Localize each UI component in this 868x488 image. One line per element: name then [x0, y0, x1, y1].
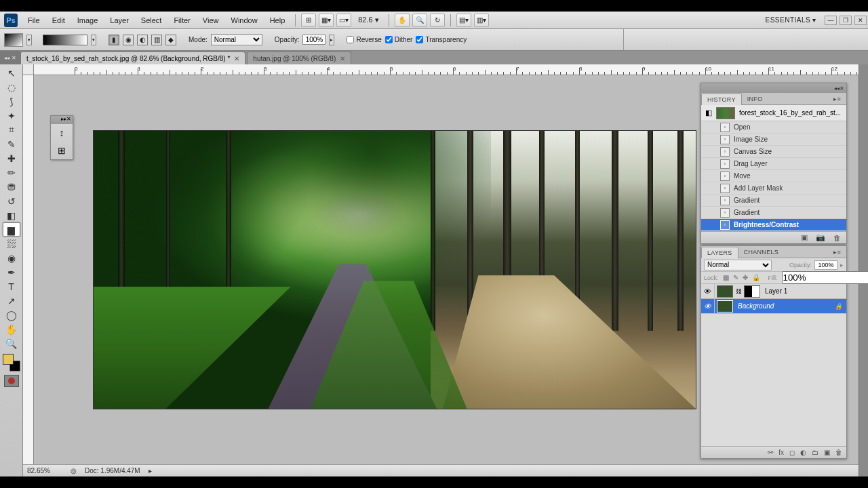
float-close-icon[interactable]: ✕	[66, 116, 71, 124]
layer-thumbnail[interactable]	[717, 285, 733, 298]
history-step[interactable]: ▫Image Size	[701, 134, 846, 146]
tab-channels[interactable]: CHANNELS	[738, 246, 784, 258]
document-tab[interactable]: hutan.jpg @ 100% (RGB/8)✕	[247, 52, 351, 64]
panel-close-icon[interactable]: ✕	[840, 85, 844, 92]
menu-filter[interactable]: Filter	[167, 16, 196, 24]
tool-preset-picker[interactable]	[4, 33, 23, 47]
floating-tool-presets[interactable]: ▸▸ ✕ ↕ ⊞	[50, 115, 73, 160]
opacity-slider-toggle[interactable]: ▸	[329, 35, 334, 45]
gradient-dropdown[interactable]: ▾	[91, 35, 96, 45]
layer-style-icon[interactable]: fx	[778, 449, 784, 456]
tab-handle[interactable]: ◂◂ ✕	[0, 51, 20, 64]
layer-visibility-icon[interactable]: 👁	[701, 299, 715, 314]
history-snapshot-icon[interactable]: 📷	[815, 233, 826, 242]
history-step[interactable]: ▫Open	[701, 121, 846, 134]
float-tool-2[interactable]: ⊞	[51, 142, 73, 159]
dither-checkbox[interactable]: Dither	[385, 36, 413, 43]
panel-menu-icon[interactable]: ▸≡	[828, 246, 846, 258]
layer-row[interactable]: 👁⛓Layer 1	[701, 284, 846, 299]
layer-fill-input[interactable]	[782, 271, 868, 284]
history-step[interactable]: ▫Canvas Size	[701, 146, 846, 158]
angle-gradient-button[interactable]: ◐	[137, 35, 148, 45]
tab-layers[interactable]: LAYERS	[701, 247, 738, 258]
blend-mode-select[interactable]: Normal	[211, 34, 262, 45]
menu-layer[interactable]: Layer	[104, 16, 135, 24]
history-snapshot-row[interactable]: ◧ forest_stock_16_by_sed_rah_st...	[701, 105, 846, 121]
tab-close-icon[interactable]: ✕	[234, 55, 239, 62]
layers-empty-area[interactable]	[701, 314, 846, 446]
extras-button[interactable]: ▥▾	[474, 14, 489, 27]
linear-gradient-button[interactable]: ▮	[108, 35, 119, 45]
launch-bridge-button[interactable]: ⊞	[301, 14, 316, 27]
zoom-tool[interactable]: 🔍	[3, 336, 20, 350]
menu-select[interactable]: Select	[135, 16, 168, 24]
history-step[interactable]: ▫Gradient	[701, 207, 846, 219]
layer-mask-thumbnail[interactable]	[744, 285, 760, 298]
history-new-doc-icon[interactable]: ▣	[799, 233, 810, 242]
status-doc-info[interactable]: Doc: 1.96M/4.47M	[85, 467, 140, 474]
hand-tool-shortcut[interactable]: ✋	[395, 14, 410, 27]
radial-gradient-button[interactable]: ◉	[123, 35, 134, 45]
menu-window[interactable]: Window	[225, 16, 264, 24]
layer-mask-link-icon[interactable]: ⛓	[735, 288, 742, 295]
path-sel-tool[interactable]: ↗	[3, 293, 20, 308]
pen-tool[interactable]: ✒	[3, 265, 20, 279]
adjustment-layer-icon[interactable]: ◐	[800, 449, 806, 456]
eyedropper-tool[interactable]: ✎	[3, 137, 20, 151]
layer-group-icon[interactable]: 🗀	[812, 449, 818, 456]
layer-name[interactable]: Layer 1	[762, 287, 846, 295]
heal-tool[interactable]: ✚	[3, 151, 20, 165]
hand-tool[interactable]: ✋	[3, 322, 20, 336]
tab-close-icon[interactable]: ✕	[340, 55, 345, 62]
layer-blend-select[interactable]: Normal	[704, 260, 772, 270]
panel-menu-icon[interactable]: ▸≡	[828, 93, 846, 104]
tab-info[interactable]: INFO	[742, 93, 768, 104]
workspace-switcher[interactable]: ESSENTIALS ▾	[759, 16, 823, 24]
history-step[interactable]: ▫Move	[701, 170, 846, 182]
document-image[interactable]	[94, 131, 696, 409]
history-step[interactable]: ▫Gradient	[701, 195, 846, 207]
lock-position-icon[interactable]: ✥	[743, 274, 748, 282]
status-arrow[interactable]: ▸	[149, 467, 152, 474]
shape-tool[interactable]: ◯	[3, 308, 20, 322]
move-tool[interactable]: ↖	[3, 66, 20, 80]
status-zoom[interactable]: 82.65%	[27, 467, 62, 474]
snapshot-brush-icon[interactable]: ◧	[705, 108, 712, 117]
layer-visibility-icon[interactable]: 👁	[701, 284, 715, 299]
menu-file[interactable]: File	[22, 16, 46, 24]
layer-row[interactable]: 👁Background🔒	[701, 299, 846, 314]
restore-button[interactable]: ❐	[840, 16, 852, 25]
wand-tool[interactable]: ✦	[3, 108, 20, 123]
layer-thumbnail[interactable]	[717, 300, 733, 312]
opacity-input[interactable]	[302, 35, 326, 45]
arrange-button[interactable]: ▤▾	[456, 14, 471, 27]
history-step[interactable]: ▫Brightness/Contrast	[701, 219, 846, 231]
delete-layer-icon[interactable]: 🗑	[835, 449, 842, 456]
tab-history[interactable]: HISTORY	[701, 94, 742, 105]
gradient-tool[interactable]: ▆	[3, 222, 20, 237]
lock-pixels-icon[interactable]: ✎	[733, 274, 738, 282]
panel-dock-strip[interactable]	[859, 64, 868, 476]
menu-view[interactable]: View	[197, 16, 225, 24]
new-layer-icon[interactable]: ▣	[824, 449, 830, 456]
float-collapse-icon[interactable]: ▸▸	[61, 116, 66, 124]
document-tab[interactable]: t_stock_16_by_sed_rah_stock.jpg @ 82.6% …	[20, 52, 245, 64]
zoom-level-field[interactable]: 82.6 ▾	[353, 16, 384, 24]
type-tool[interactable]: T	[3, 279, 20, 293]
ruler-origin[interactable]	[23, 64, 34, 75]
crop-tool[interactable]: ⌗	[3, 123, 20, 137]
gradient-picker[interactable]	[43, 35, 87, 45]
history-delete-icon[interactable]: 🗑	[831, 233, 842, 242]
horizontal-ruler[interactable]: 0123456789101112	[34, 64, 859, 75]
blur-tool[interactable]: ⛆	[3, 237, 20, 251]
link-layers-icon[interactable]: ⚯	[768, 449, 773, 456]
color-swatches[interactable]	[3, 354, 20, 371]
history-step[interactable]: ▫Drag Layer	[701, 158, 846, 170]
menu-edit[interactable]: Edit	[46, 16, 71, 24]
zoom-tool-shortcut[interactable]: 🔍	[412, 14, 427, 27]
dodge-tool[interactable]: ◉	[3, 251, 20, 265]
arrange-docs-button[interactable]: ▦▾	[319, 14, 334, 27]
transparency-checkbox[interactable]: Transparency	[416, 36, 467, 43]
reverse-checkbox[interactable]: Reverse	[347, 36, 381, 43]
lasso-tool[interactable]: ⟆	[3, 94, 20, 108]
